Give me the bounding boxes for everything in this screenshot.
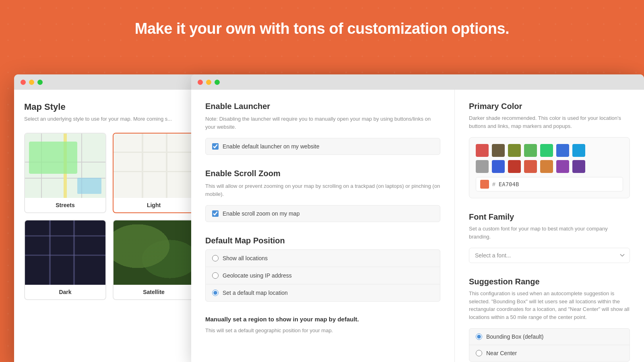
map-thumbnail-streets	[25, 134, 105, 198]
font-family-select[interactable]: Select a font... Arial Georgia Helvetica	[469, 248, 630, 263]
enable-scroll-zoom-checkbox[interactable]	[212, 210, 219, 217]
traffic-light-yellow[interactable]	[29, 80, 34, 85]
default-map-position-section: Default Map Position Show all locations …	[205, 236, 440, 302]
color-swatch-selected[interactable]	[480, 180, 489, 189]
color-row-2	[476, 160, 623, 173]
enable-launcher-title: Enable Launcher	[205, 102, 440, 111]
primary-color-section: Primary Color Darker shade recommended. …	[469, 102, 630, 198]
default-map-position-radio-group: Show all locations Geolocate using IP ad…	[205, 249, 440, 302]
primary-color-title: Primary Color	[469, 102, 630, 111]
overlay-browser-window: Enable Launcher Note: Disabling the laun…	[191, 74, 644, 362]
color-swatch-dark-purple[interactable]	[572, 160, 585, 173]
enable-scroll-zoom-section: Enable Scroll Zoom This will allow or pr…	[205, 169, 440, 222]
radio-near-center[interactable]	[476, 350, 482, 356]
color-swatch-green[interactable]	[524, 144, 537, 157]
enable-scroll-zoom-checkbox-row: Enable scroll zoom on my map	[205, 205, 440, 222]
map-style-title: Map Style	[24, 102, 195, 112]
map-style-subtitle: Select an underlying style to use for yo…	[24, 115, 195, 123]
radio-row-show-all: Show all locations	[206, 250, 440, 267]
radio-label-show-all: Show all locations	[223, 255, 268, 261]
color-row-1	[476, 144, 623, 157]
enable-launcher-checkbox-label: Enable default launcher on my website	[223, 143, 319, 150]
radio-label-bounding-box: Bounding Box (default)	[486, 333, 543, 340]
hero-title: Make it your own with tons of customizat…	[0, 0, 644, 49]
settings-sidebar-panel: Primary Color Darker shade recommended. …	[455, 90, 644, 362]
font-family-desc: Set a custom font for your map to best m…	[469, 225, 630, 241]
hash-symbol: #	[492, 181, 495, 187]
map-style-grid: Streets Light Dark Satellite	[24, 133, 195, 300]
map-label-streets: Streets	[25, 198, 105, 212]
color-hex-input[interactable]: EA704B	[499, 181, 531, 187]
traffic-light-red[interactable]	[21, 80, 26, 85]
radio-bounding-box[interactable]	[476, 333, 482, 340]
overlay-traffic-light-yellow[interactable]	[206, 80, 211, 85]
map-label-dark: Dark	[25, 285, 105, 299]
enable-scroll-zoom-checkbox-label: Enable scroll zoom on my map	[223, 210, 299, 217]
color-swatch-orange[interactable]	[540, 160, 553, 173]
color-swatch-dark-red[interactable]	[508, 160, 521, 173]
radio-label-near-center: Near Center	[486, 350, 517, 356]
enable-scroll-zoom-desc: This will allow or prevent zooming on yo…	[205, 182, 440, 198]
suggestion-range-section: Suggestion Range This configuration is u…	[469, 277, 630, 362]
manually-set-region-desc: This will set a default geographic posit…	[205, 327, 440, 335]
color-swatch-red[interactable]	[476, 144, 489, 157]
enable-launcher-checkbox[interactable]	[212, 143, 219, 150]
color-swatch-blue[interactable]	[556, 144, 569, 157]
radio-row-set-default: Set a default map location	[206, 284, 440, 301]
color-swatch-orange-red[interactable]	[524, 160, 537, 173]
color-hex-input-row: # EA704B	[476, 177, 623, 191]
radio-label-set-default: Set a default map location	[223, 290, 288, 296]
manually-set-region-title: Manually set a region to show in your ma…	[205, 316, 440, 323]
enable-launcher-checkbox-row: Enable default launcher on my website	[205, 138, 440, 155]
map-thumbnail-dark	[25, 220, 105, 285]
primary-color-desc: Darker shade recommended. This color is …	[469, 114, 630, 130]
radio-label-geolocate: Geolocate using IP address	[223, 272, 292, 279]
map-thumbnail-light	[114, 134, 194, 198]
map-label-satellite: Satellite	[114, 285, 194, 299]
suggestion-range-title: Suggestion Range	[469, 277, 630, 286]
suggestion-range-desc: This configuration is used when an autoc…	[469, 290, 630, 321]
color-swatch-brown[interactable]	[492, 144, 505, 157]
radio-set-default-location[interactable]	[212, 290, 219, 296]
color-swatch-olive[interactable]	[508, 144, 521, 157]
overlay-traffic-light-red[interactable]	[198, 80, 203, 85]
color-swatch-purple[interactable]	[556, 160, 569, 173]
enable-launcher-desc: Note: Disabling the launcher will requir…	[205, 115, 440, 131]
suggestion-radio-row-near-center: Near Center	[469, 345, 630, 361]
color-swatch-indigo[interactable]	[492, 160, 505, 173]
settings-main-panel: Enable Launcher Note: Disabling the laun…	[191, 90, 455, 362]
traffic-light-green[interactable]	[37, 80, 43, 85]
map-card-streets[interactable]: Streets	[24, 133, 106, 213]
map-card-light[interactable]: Light	[113, 133, 195, 213]
font-family-section: Font Family Set a custom font for your m…	[469, 212, 630, 263]
overlay-browser-chrome	[191, 74, 644, 90]
left-panel: Map Style Select an underlying style to …	[14, 90, 205, 362]
color-swatch-emerald[interactable]	[540, 144, 553, 157]
map-card-satellite[interactable]: Satellite	[113, 220, 195, 300]
radio-row-geolocate: Geolocate using IP address	[206, 267, 440, 284]
radio-show-all[interactable]	[212, 255, 219, 261]
font-family-title: Font Family	[469, 212, 630, 222]
default-map-position-title: Default Map Position	[205, 236, 440, 245]
enable-scroll-zoom-title: Enable Scroll Zoom	[205, 169, 440, 178]
overlay-traffic-light-green[interactable]	[215, 80, 220, 85]
suggestion-range-radio-group: Bounding Box (default) Near Center	[469, 328, 630, 362]
map-thumbnail-satellite	[114, 220, 194, 285]
color-palette: # EA704B	[469, 137, 630, 198]
manually-set-region-section: Manually set a region to show in your ma…	[205, 316, 440, 335]
enable-launcher-section: Enable Launcher Note: Disabling the laun…	[205, 102, 440, 155]
color-swatch-gray[interactable]	[476, 160, 489, 173]
map-label-light: Light	[114, 198, 194, 212]
suggestion-radio-row-bounding-box: Bounding Box (default)	[469, 329, 630, 345]
map-card-dark[interactable]: Dark	[24, 220, 106, 300]
map-green-area	[29, 142, 77, 174]
map-blue-area	[77, 178, 101, 194]
overlay-content: Enable Launcher Note: Disabling the laun…	[191, 90, 644, 362]
radio-geolocate-ip[interactable]	[212, 272, 219, 279]
color-swatch-light-blue[interactable]	[572, 144, 585, 157]
